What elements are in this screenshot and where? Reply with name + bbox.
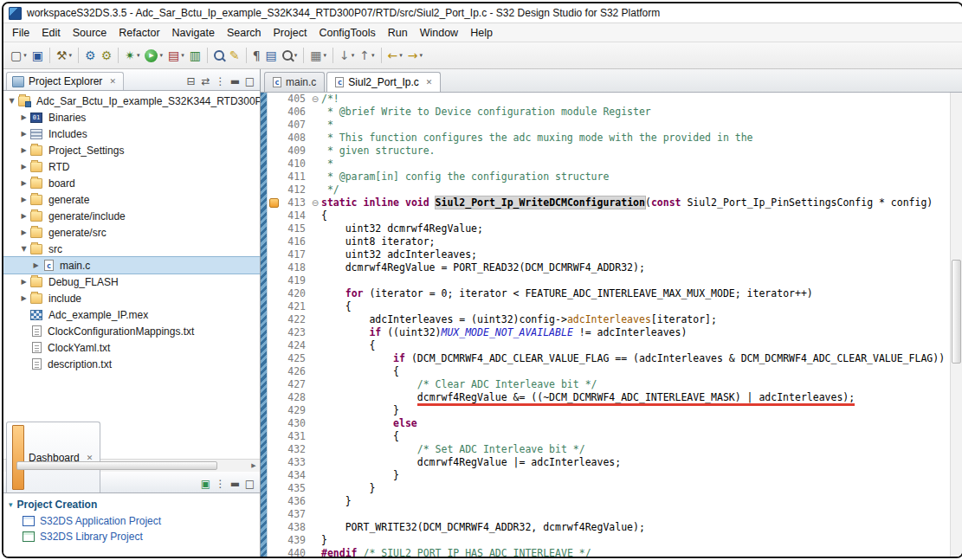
code-line[interactable]: 431 { <box>268 430 950 443</box>
code-line[interactable]: 416 uint8 iterator; <box>268 235 950 248</box>
tree-item-project-settings[interactable]: ▶Project_Settings <box>3 142 260 158</box>
code-line[interactable]: 434 } <box>268 469 950 482</box>
code-line[interactable]: 432 /* Set ADC Interleave bit */ <box>268 443 950 456</box>
maximize-icon[interactable]: □ <box>242 75 257 87</box>
line-number[interactable]: 440 <box>280 547 309 557</box>
expand-arrow-icon[interactable]: ▶ <box>19 212 29 220</box>
code-line[interactable]: 438 PORT_WRITE32(DCM_DCMRWF4_ADDR32, dcm… <box>268 521 950 534</box>
tree-item-adc-example-ip-mex[interactable]: Adc_example_IP.mex <box>3 306 260 323</box>
code-line[interactable]: 437 <box>268 508 950 521</box>
line-number[interactable]: 415 <box>280 222 309 235</box>
code-line[interactable]: 414{ <box>268 209 950 222</box>
link-with-editor-icon[interactable]: ⇄ <box>198 75 213 87</box>
line-number[interactable]: 425 <box>280 352 309 365</box>
build-button[interactable]: ⚒▾ <box>54 45 74 66</box>
line-number[interactable]: 412 <box>280 183 309 196</box>
show-whitespace-button[interactable]: ¶ <box>250 45 263 66</box>
collapse-arrow-icon[interactable]: ▼ <box>19 245 29 253</box>
code-line[interactable]: 436 } <box>268 495 950 508</box>
expand-arrow-icon[interactable]: ▶ <box>19 278 29 286</box>
line-number[interactable]: 409 <box>280 145 309 158</box>
run-button[interactable]: ▶▾ <box>142 45 165 66</box>
line-number[interactable]: 420 <box>280 287 309 300</box>
minimize-icon[interactable]: ▬ <box>228 75 242 87</box>
tree-item-adc-sar-bctu-ip-example-s32k344-rtd300p07[interactable]: ▼Adc_Sar_Bctu_Ip_example_S32K344_RTD300P… <box>3 93 260 109</box>
code-line[interactable]: 410 * <box>268 158 950 171</box>
project-creation-section[interactable]: ▾ Project Creation <box>3 496 260 513</box>
line-number[interactable]: 439 <box>280 534 309 547</box>
tree-item-includes[interactable]: ▶Includes <box>3 126 260 142</box>
line-number[interactable]: 427 <box>280 378 309 391</box>
prev-annotation-button[interactable]: ↑▾ <box>357 45 377 66</box>
expand-arrow-icon[interactable]: ▶ <box>31 261 41 269</box>
coverage-button[interactable]: ▥ <box>187 45 203 66</box>
link-s32ds-library-project[interactable]: S32DS Library Project <box>3 529 260 544</box>
expand-arrow-icon[interactable]: ▶ <box>19 113 29 121</box>
code-line[interactable]: 420 for (iterator = 0; iterator < FEATUR… <box>268 287 950 300</box>
menu-help[interactable]: Help <box>464 25 499 41</box>
menu-edit[interactable]: Edit <box>36 25 67 41</box>
code-line[interactable]: 422 adcInterleaves = (uint32)config->adc… <box>268 313 950 326</box>
line-number[interactable]: 437 <box>280 508 309 521</box>
code-line[interactable]: 440#endif /* SIUL2_PORT_IP_HAS_ADC_INTER… <box>268 547 950 557</box>
editor-scrollbar-thumb[interactable] <box>952 260 961 364</box>
line-number[interactable]: 428 <box>280 391 309 404</box>
tree-item-board[interactable]: ▶board <box>3 175 260 191</box>
expand-arrow-icon[interactable]: ▶ <box>19 146 29 154</box>
line-number[interactable]: 411 <box>280 171 309 183</box>
code-line[interactable]: 418 dcmrwf4RegValue = PORT_READ32(DCM_DC… <box>268 261 950 274</box>
mark-occurrences-button[interactable]: ✎ <box>227 45 242 66</box>
scroll-right-icon[interactable]: ▶ <box>248 462 260 469</box>
tree-item-binaries[interactable]: ▶01Binaries <box>3 109 260 126</box>
collapse-all-icon[interactable]: ⊟ <box>184 75 198 87</box>
fold-collapse-icon[interactable]: ⊖ <box>309 196 321 209</box>
collapse-arrow-icon[interactable]: ▼ <box>7 97 16 105</box>
flashlight-button[interactable] <box>211 45 227 66</box>
close-tab-icon[interactable]: ✕ <box>426 78 433 87</box>
fold-collapse-icon[interactable]: ⊖ <box>309 93 321 106</box>
menu-file[interactable]: File <box>6 25 36 41</box>
code-line[interactable]: 427 /* Clear ADC Interleave bit */ <box>268 378 950 391</box>
tree-item-generate[interactable]: ▶generate <box>3 191 260 208</box>
line-number[interactable]: 413 <box>280 196 309 209</box>
line-number[interactable]: 422 <box>280 313 309 326</box>
line-number[interactable]: 431 <box>280 430 309 443</box>
code-line[interactable]: 426 { <box>268 365 950 378</box>
code-line[interactable]: 423 if ((uint32)MUX_MODE_NOT_AVAILABLE !… <box>268 326 950 339</box>
tree-item-clockyaml-txt[interactable]: ClockYaml.txt <box>3 339 260 356</box>
tree-item-clockconfigurationmappings-txt[interactable]: ClockConfigurationMappings.txt <box>3 323 260 339</box>
view-menu-icon[interactable]: ⋮ <box>213 75 228 87</box>
code-line[interactable]: 429 } <box>268 404 950 417</box>
code-line[interactable]: 409 * given structure. <box>268 145 950 158</box>
expand-arrow-icon[interactable]: ▶ <box>19 294 29 302</box>
code-line[interactable]: 412 */ <box>268 183 950 196</box>
code-line[interactable]: 425 if (DCM_DCMRWF4_ADC_CLEAR_VALUE_FLAG… <box>268 352 950 365</box>
maximize-icon[interactable]: □ <box>242 478 257 490</box>
line-number[interactable]: 436 <box>280 495 309 508</box>
tree-item-main-c[interactable]: ▶cmain.c <box>3 257 260 274</box>
close-view-icon[interactable]: ✕ <box>109 77 116 86</box>
code-line[interactable]: 430 else <box>268 417 950 430</box>
code-line[interactable]: 408 * This function configures the adc m… <box>268 132 950 145</box>
line-number[interactable]: 418 <box>280 261 309 274</box>
menu-run[interactable]: Run <box>382 25 414 41</box>
link-s32ds-application-project[interactable]: S32DS Application Project <box>3 513 260 529</box>
peripherals-tool-button[interactable]: ⚙ <box>82 45 99 66</box>
expand-arrow-icon[interactable]: ▶ <box>19 229 29 236</box>
code-line[interactable]: 433 dcmrwf4RegValue |= adcInterleaves; <box>268 456 950 469</box>
tree-item-description-txt[interactable]: description.txt <box>3 356 260 372</box>
line-number[interactable]: 419 <box>280 274 309 287</box>
line-number[interactable]: 417 <box>280 248 309 261</box>
debug-button[interactable]: ✴▾ <box>122 45 142 66</box>
line-number[interactable]: 432 <box>280 443 309 456</box>
expand-arrow-icon[interactable]: ▶ <box>19 179 29 187</box>
code-line[interactable]: 405⊖/*! <box>268 93 950 106</box>
code-line[interactable]: 411 * @param[in] config the configuratio… <box>268 171 950 183</box>
view-menu-icon[interactable]: ⋮ <box>213 478 228 490</box>
code-line[interactable]: 415 uint32 dcmrwf4RegValue; <box>268 222 950 235</box>
menu-navigate[interactable]: Navigate <box>166 25 221 41</box>
open-dashboard-icon[interactable]: ▣ <box>198 478 213 490</box>
line-number[interactable]: 405 <box>280 93 309 106</box>
tab-main-c[interactable]: cmain.c <box>264 72 325 92</box>
line-number[interactable]: 438 <box>280 521 309 534</box>
